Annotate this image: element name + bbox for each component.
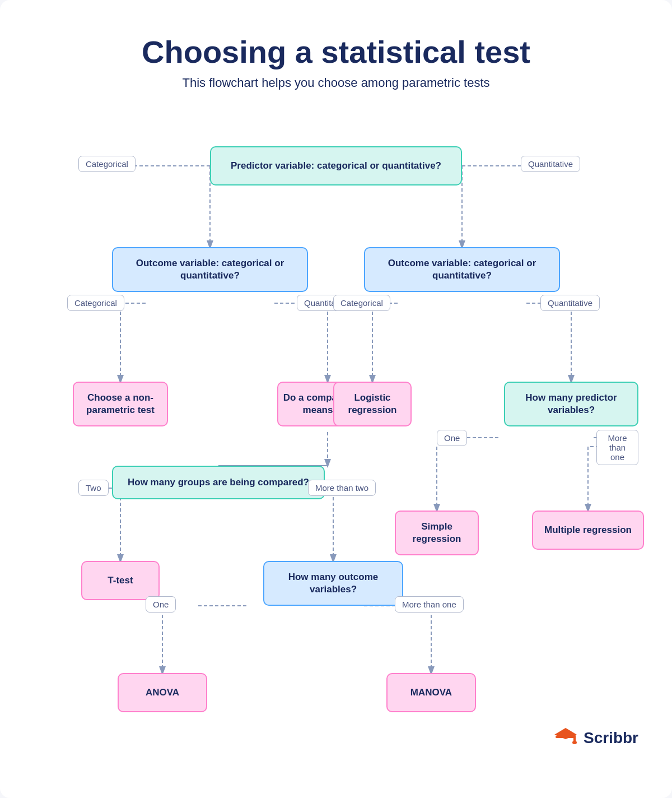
scribbr-brand-name: Scribbr [584, 729, 638, 747]
how-many-groups-node: How many groups are being compared? [112, 466, 325, 499]
two-label: Two [78, 480, 109, 496]
page-subtitle: This flowchart helps you choose among pa… [34, 76, 638, 90]
categorical-label-top-left: Categorical [78, 156, 136, 172]
flow-arrows [34, 118, 638, 735]
more-than-one-pred-label: More than one [596, 430, 638, 465]
ttest-node: T-test [81, 561, 160, 600]
categorical-label-right: Categorical [333, 295, 390, 311]
quantitative-label-right: Quantitative [540, 295, 600, 311]
quantitative-label-top-right: Quantitative [521, 156, 580, 172]
manova-node: MANOVA [386, 673, 476, 712]
page: Choosing a statistical test This flowcha… [0, 0, 672, 798]
anova-node: ANOVA [118, 673, 207, 712]
scribbr-icon [553, 725, 578, 751]
multiple-node: Multiple regression [532, 511, 644, 550]
outcome-left-node: Outcome variable: categorical or quantit… [112, 247, 308, 292]
one-pred-label: One [437, 430, 467, 446]
more-than-two-label: More than two [308, 480, 376, 496]
simple-node: Simple regression [395, 511, 479, 555]
how-many-outcome-node: How many outcome variables? [263, 561, 403, 606]
page-title: Choosing a statistical test [34, 34, 638, 70]
non-param-node: Choose a non-parametric test [73, 382, 168, 426]
logistic-node: Logistic regression [333, 382, 412, 426]
flowchart: Predictor variable: categorical or quant… [34, 118, 638, 735]
svg-point-32 [572, 741, 577, 744]
categorical-label-left2: Categorical [67, 295, 124, 311]
predictor-node: Predictor variable: categorical or quant… [210, 146, 462, 185]
how-many-pred-node: How many predictor variables? [504, 382, 638, 426]
outcome-right-node: Outcome variable: categorical or quantit… [364, 247, 560, 292]
more-than-one-outcome-label: More than one [395, 596, 464, 613]
scribbr-logo: Scribbr [553, 725, 638, 751]
one-outcome-label: One [146, 596, 176, 613]
